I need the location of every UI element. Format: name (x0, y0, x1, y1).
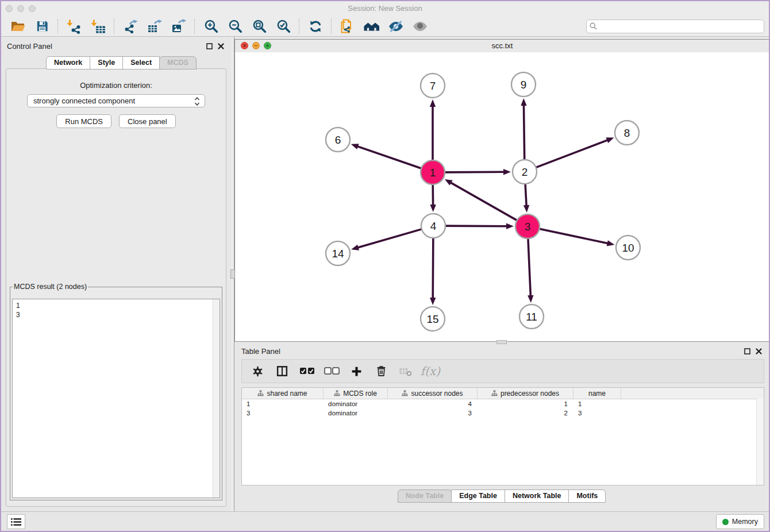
hide-selected-button[interactable] (386, 18, 406, 35)
zoom-out-button[interactable] (225, 18, 245, 35)
deselect-all-columns-button[interactable] (322, 362, 341, 380)
table-cell: 1 (573, 400, 621, 407)
export-table-icon (147, 19, 162, 34)
graph-edge[interactable] (528, 239, 531, 297)
export-image-button[interactable] (168, 18, 189, 35)
float-table-panel-button[interactable] (742, 346, 752, 356)
tab-style[interactable]: Style (90, 56, 123, 70)
show-column-panel-button[interactable] (272, 362, 292, 380)
open-folder-icon (10, 20, 25, 33)
delete-table-button-disabled (396, 362, 415, 380)
show-all-button[interactable] (410, 18, 430, 35)
run-mcds-button[interactable]: Run MCDS (56, 114, 111, 128)
import-network-button[interactable] (64, 18, 84, 35)
graph-edge-arrow (523, 205, 529, 213)
column-header-name[interactable]: name (573, 388, 621, 399)
network-graph[interactable]: 7968124314101511 (235, 52, 770, 342)
save-session-button[interactable] (32, 18, 52, 35)
column-header-predecessor-nodes[interactable]: predecessor nodes (478, 388, 573, 399)
table-row[interactable]: 1dominator411 (242, 399, 764, 408)
graph-edge[interactable] (540, 229, 609, 244)
stepper-arrows-icon (194, 97, 200, 106)
toolbar-separator (331, 19, 332, 34)
refresh-icon (308, 19, 323, 34)
refresh-button[interactable] (305, 18, 326, 35)
import-table-icon (91, 19, 106, 34)
create-column-button[interactable] (346, 362, 366, 380)
graph-edge[interactable] (523, 104, 524, 159)
table-row[interactable]: 3dominator323 (242, 408, 764, 418)
result-scrollbar[interactable] (213, 299, 220, 498)
gear-icon (252, 365, 264, 377)
graph-edge-arrow (351, 144, 359, 149)
graph-edge-arrow (607, 240, 615, 246)
plus-icon (351, 365, 363, 377)
export-network-button[interactable] (120, 18, 141, 35)
tab-network-table[interactable]: Network Table (505, 489, 569, 503)
horizontal-splitter-grip[interactable] (496, 340, 507, 344)
toolbar-separator (194, 19, 195, 34)
close-panel-button[interactable] (216, 41, 225, 51)
table-tabs: Node Table Edge Table Network Table Moti… (234, 489, 769, 503)
close-panel-button-mcds[interactable]: Close panel (119, 114, 176, 128)
toolbar-separator (299, 19, 300, 34)
graph-edge[interactable] (445, 172, 505, 172)
graph-node-label: 15 (426, 313, 438, 325)
eye-icon (412, 20, 428, 33)
column-header-successor-nodes[interactable]: successor nodes (388, 388, 478, 399)
table-cell: 4 (388, 400, 478, 407)
window-title: Session: New Session (1, 4, 769, 13)
eye-slash-icon (388, 20, 404, 33)
column-header-shared-name[interactable]: shared name (242, 388, 324, 399)
tab-mcds[interactable]: MCDS (159, 56, 197, 70)
graph-edge[interactable] (446, 226, 508, 226)
delete-column-button[interactable] (371, 362, 391, 380)
export-table-button[interactable] (144, 18, 165, 35)
control-panel-tabs: Network Style Select MCDS (46, 56, 197, 70)
home-button[interactable] (361, 18, 382, 35)
graph-node-label: 10 (622, 242, 634, 254)
search-input[interactable] (586, 20, 764, 33)
zoom-fit-icon (252, 18, 267, 34)
graph-edge[interactable] (433, 238, 433, 299)
mcds-result-text[interactable]: 13 (12, 299, 220, 498)
table-settings-button[interactable] (248, 362, 267, 380)
tab-select[interactable]: Select (122, 56, 160, 70)
zoom-in-button[interactable] (201, 18, 221, 35)
network-canvas[interactable]: 7968124314101511 (235, 52, 769, 341)
table-body: 1dominator4113dominator323 (242, 399, 764, 418)
table-cell: 3 (242, 410, 324, 417)
memory-button[interactable]: Memory (716, 514, 764, 529)
main-toolbar (1, 16, 769, 37)
graph-edge[interactable] (450, 182, 517, 220)
zoom-selected-icon (276, 18, 291, 34)
graph-edge[interactable] (525, 184, 526, 207)
tab-node-table[interactable]: Node Table (398, 489, 452, 503)
table-header-row: shared name MCDS role successor nodes pr… (242, 388, 764, 399)
hierarchy-icon (334, 390, 340, 396)
tab-network[interactable]: Network (46, 56, 90, 70)
float-panel-button[interactable] (205, 41, 214, 51)
table-toolbar: f(x) (241, 359, 764, 383)
network-window-titlebar: × − + scc.txt (235, 40, 769, 53)
import-table-button[interactable] (88, 18, 109, 35)
close-table-panel-button[interactable] (754, 346, 763, 356)
graph-edge[interactable] (537, 140, 609, 167)
tab-edge-table[interactable]: Edge Table (451, 489, 505, 503)
criterion-select[interactable]: strongly connected component (27, 94, 205, 107)
tab-motifs[interactable]: Motifs (568, 489, 606, 503)
zoom-fit-button[interactable] (249, 18, 270, 35)
clone-network-button[interactable] (337, 18, 358, 35)
table-scrollbar[interactable] (756, 399, 764, 485)
graph-edge[interactable] (357, 229, 421, 248)
open-session-button[interactable] (7, 18, 28, 35)
graph-edge[interactable] (356, 146, 421, 168)
show-task-history-button[interactable] (7, 514, 25, 529)
column-header-mcds-role[interactable]: MCDS role (324, 388, 388, 399)
select-all-columns-button[interactable] (297, 362, 317, 380)
houses-icon (364, 20, 380, 33)
table-cell: dominator (324, 400, 388, 407)
zoom-selected-button[interactable] (273, 18, 294, 35)
table-cell: 3 (388, 410, 478, 417)
window-titlebar: Session: New Session (1, 1, 769, 16)
